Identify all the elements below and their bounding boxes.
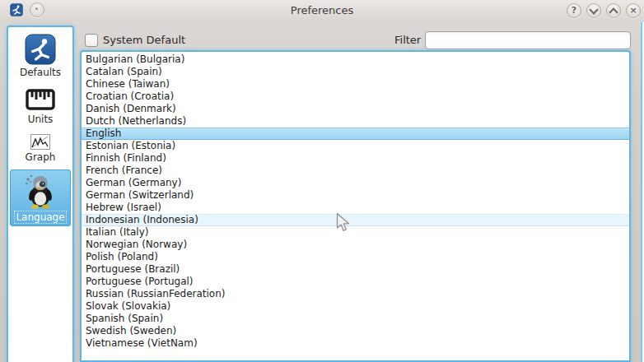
help-button[interactable]: ? (567, 3, 581, 18)
penguin-icon (23, 172, 58, 210)
sidebar-item-label: Units (28, 114, 54, 125)
language-row[interactable]: German (Switzerland) (82, 189, 629, 202)
language-row[interactable]: Catalan (Spain) (82, 66, 629, 78)
preferences-sidebar: DefaultsUnitsGraphLanguage (7, 26, 74, 362)
language-row[interactable]: Croatian (Croatia) (82, 90, 629, 103)
language-row[interactable]: Portuguese (Brazil) (82, 263, 629, 276)
sidebar-item-graph[interactable]: Graph (10, 132, 71, 165)
language-row[interactable]: Danish (Denmark) (82, 103, 629, 115)
window-title: Preferences (0, 0, 644, 22)
language-row[interactable]: Dutch (Netherlands) (82, 115, 629, 128)
language-row[interactable]: French (France) (82, 165, 629, 177)
filter-input[interactable] (425, 31, 631, 49)
language-row[interactable]: Polish (Poland) (82, 251, 629, 263)
titlebar-buttons: ?× (567, 3, 641, 18)
language-row[interactable]: Swedish (Sweden) (82, 325, 629, 337)
close-button[interactable]: × (626, 3, 641, 18)
language-row[interactable]: Russian (RussianFederation) (82, 288, 629, 300)
ruler-icon (26, 87, 55, 112)
titlebar: Preferences ?× (0, 0, 644, 22)
language-row[interactable]: Vietnamese (VietNam) (82, 337, 629, 350)
sidebar-item-label: Graph (26, 151, 56, 163)
language-row[interactable]: Spanish (Spain) (82, 313, 629, 325)
language-row[interactable]: Bulgarian (Bulgaria) (82, 53, 629, 66)
language-row[interactable]: Italian (Italy) (82, 226, 629, 239)
language-row[interactable]: Estonian (Estonia) (82, 140, 629, 152)
diver-icon (25, 34, 56, 65)
language-row[interactable]: English (82, 128, 629, 140)
language-row[interactable]: Hebrew (Israel) (82, 202, 629, 214)
sidebar-item-label: Language (14, 211, 66, 224)
sidebar-item-defaults[interactable]: Defaults (10, 31, 71, 81)
language-row[interactable]: Slovak (Slovakia) (82, 300, 629, 313)
filter-label: Filter (394, 34, 421, 46)
language-row[interactable]: Finnish (Finland) (82, 152, 629, 165)
chevron-up-icon (609, 7, 618, 16)
sidebar-item-units[interactable]: Units (10, 85, 71, 128)
chevron-down-icon (589, 5, 598, 14)
language-row[interactable]: Indonesian (Indonesia) (82, 214, 629, 226)
shade-up-button[interactable] (606, 3, 621, 18)
language-row[interactable]: Norwegian (Norway) (82, 239, 629, 251)
graph-icon (30, 134, 50, 150)
system-default-checkbox[interactable] (85, 34, 98, 47)
language-row[interactable]: German (Germany) (82, 177, 629, 189)
preferences-window: Preferences ?× DefaultsUnitsGraphLanguag… (0, 0, 644, 362)
sidebar-item-language[interactable]: Language (10, 169, 71, 226)
language-row[interactable]: Chinese (Taiwan) (82, 78, 629, 90)
language-row[interactable]: Portuguese (Portugal) (82, 276, 629, 288)
sidebar-item-label: Defaults (20, 67, 61, 78)
system-default-label[interactable]: System Default (103, 34, 185, 46)
window-right-edge (641, 22, 644, 362)
shade-down-button[interactable] (586, 3, 601, 18)
language-list: Bulgarian (Bulgaria)Catalan (Spain)Chine… (80, 50, 631, 362)
